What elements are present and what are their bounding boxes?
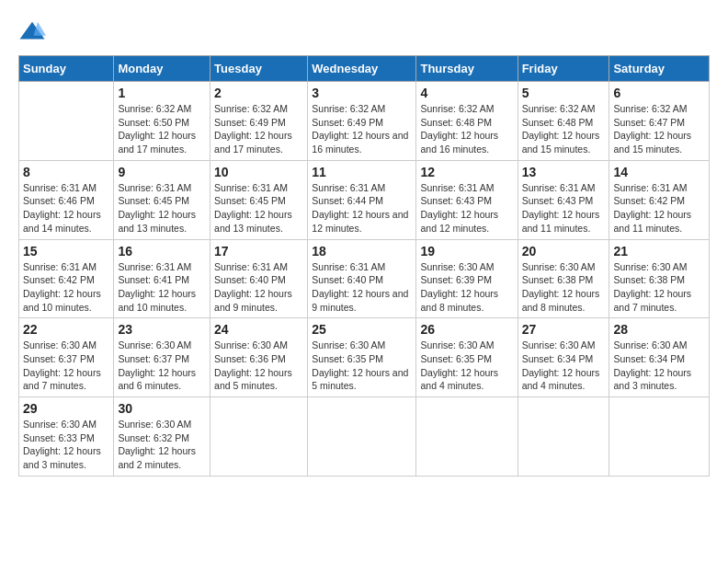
day-number: 2: [214, 86, 303, 100]
header-monday: Monday: [114, 56, 210, 82]
day-cell-9: 9 Sunrise: 6:31 AM Sunset: 6:45 PM Dayli…: [114, 160, 210, 239]
day-number: 29: [23, 401, 109, 416]
day-cell-20: 20 Sunrise: 6:30 AM Sunset: 6:38 PM Dayl…: [518, 239, 609, 318]
header-sunday: Sunday: [19, 56, 114, 82]
day-cell-17: 17 Sunrise: 6:31 AM Sunset: 6:40 PM Dayl…: [210, 239, 308, 318]
day-info: Sunrise: 6:31 AM Sunset: 6:42 PM Dayligh…: [613, 181, 705, 236]
day-cell-19: 19 Sunrise: 6:30 AM Sunset: 6:39 PM Dayl…: [416, 239, 518, 318]
day-cell-4: 4 Sunrise: 6:32 AM Sunset: 6:48 PM Dayli…: [416, 82, 518, 161]
day-cell-23: 23 Sunrise: 6:30 AM Sunset: 6:37 PM Dayl…: [114, 318, 210, 397]
empty-cell: [416, 397, 518, 477]
day-cell-22: 22 Sunrise: 6:30 AM Sunset: 6:37 PM Dayl…: [19, 318, 114, 397]
calendar-header-row: SundayMondayTuesdayWednesdayThursdayFrid…: [19, 56, 710, 82]
day-cell-13: 13 Sunrise: 6:31 AM Sunset: 6:43 PM Dayl…: [518, 160, 609, 239]
day-cell-18: 18 Sunrise: 6:31 AM Sunset: 6:40 PM Dayl…: [308, 239, 416, 318]
day-cell-11: 11 Sunrise: 6:31 AM Sunset: 6:44 PM Dayl…: [308, 160, 416, 239]
day-info: Sunrise: 6:30 AM Sunset: 6:37 PM Dayligh…: [118, 339, 206, 393]
day-info: Sunrise: 6:30 AM Sunset: 6:35 PM Dayligh…: [312, 339, 412, 393]
day-info: Sunrise: 6:32 AM Sunset: 6:49 PM Dayligh…: [312, 102, 412, 156]
day-cell-1: 1 Sunrise: 6:32 AM Sunset: 6:50 PM Dayli…: [114, 82, 210, 161]
day-cell-15: 15 Sunrise: 6:31 AM Sunset: 6:42 PM Dayl…: [19, 239, 114, 318]
day-number: 8: [23, 165, 109, 179]
day-info: Sunrise: 6:31 AM Sunset: 6:42 PM Dayligh…: [23, 260, 109, 315]
day-info: Sunrise: 6:30 AM Sunset: 6:38 PM Dayligh…: [522, 260, 606, 315]
day-info: Sunrise: 6:30 AM Sunset: 6:35 PM Dayligh…: [420, 339, 513, 393]
day-number: 11: [312, 165, 412, 179]
header-friday: Friday: [518, 56, 609, 82]
day-number: 20: [522, 244, 606, 259]
day-info: Sunrise: 6:31 AM Sunset: 6:43 PM Dayligh…: [420, 181, 513, 236]
empty-cell: [518, 397, 609, 477]
day-info: Sunrise: 6:32 AM Sunset: 6:49 PM Dayligh…: [214, 102, 303, 156]
day-number: 16: [118, 244, 206, 259]
day-cell-27: 27 Sunrise: 6:30 AM Sunset: 6:34 PM Dayl…: [518, 318, 609, 397]
day-number: 30: [118, 401, 206, 416]
header-wednesday: Wednesday: [308, 56, 416, 82]
day-cell-30: 30 Sunrise: 6:30 AM Sunset: 6:32 PM Dayl…: [114, 397, 210, 477]
day-number: 27: [522, 322, 606, 337]
day-info: Sunrise: 6:30 AM Sunset: 6:38 PM Dayligh…: [613, 260, 705, 315]
day-cell-28: 28 Sunrise: 6:30 AM Sunset: 6:34 PM Dayl…: [609, 318, 710, 397]
day-number: 22: [23, 322, 109, 337]
day-cell-21: 21 Sunrise: 6:30 AM Sunset: 6:38 PM Dayl…: [609, 239, 710, 318]
header-saturday: Saturday: [609, 56, 710, 82]
day-info: Sunrise: 6:31 AM Sunset: 6:45 PM Dayligh…: [118, 181, 206, 236]
day-number: 13: [522, 165, 606, 179]
day-info: Sunrise: 6:31 AM Sunset: 6:40 PM Dayligh…: [214, 260, 303, 315]
day-number: 17: [214, 244, 303, 259]
day-info: Sunrise: 6:30 AM Sunset: 6:39 PM Dayligh…: [420, 260, 513, 315]
day-number: 3: [312, 86, 412, 100]
day-cell-6: 6 Sunrise: 6:32 AM Sunset: 6:47 PM Dayli…: [609, 82, 710, 161]
day-number: 25: [312, 322, 412, 337]
empty-cell: [609, 397, 710, 477]
day-number: 4: [420, 86, 513, 100]
day-cell-14: 14 Sunrise: 6:31 AM Sunset: 6:42 PM Dayl…: [609, 160, 710, 239]
day-info: Sunrise: 6:31 AM Sunset: 6:46 PM Dayligh…: [23, 181, 109, 236]
day-info: Sunrise: 6:31 AM Sunset: 6:41 PM Dayligh…: [118, 260, 206, 315]
day-info: Sunrise: 6:31 AM Sunset: 6:44 PM Dayligh…: [312, 181, 412, 236]
day-info: Sunrise: 6:31 AM Sunset: 6:45 PM Dayligh…: [214, 181, 303, 236]
empty-cell: [308, 397, 416, 477]
day-cell-29: 29 Sunrise: 6:30 AM Sunset: 6:33 PM Dayl…: [19, 397, 114, 477]
day-cell-25: 25 Sunrise: 6:30 AM Sunset: 6:35 PM Dayl…: [308, 318, 416, 397]
day-number: 5: [522, 86, 606, 100]
day-number: 28: [613, 322, 705, 337]
day-number: 24: [214, 322, 303, 337]
day-number: 23: [118, 322, 206, 337]
day-cell-10: 10 Sunrise: 6:31 AM Sunset: 6:45 PM Dayl…: [210, 160, 308, 239]
day-number: 21: [613, 244, 705, 259]
day-info: Sunrise: 6:30 AM Sunset: 6:32 PM Dayligh…: [118, 418, 206, 472]
header-tuesday: Tuesday: [210, 56, 308, 82]
calendar-table: SundayMondayTuesdayWednesdayThursdayFrid…: [18, 55, 710, 477]
day-number: 9: [118, 165, 206, 179]
page-header: [18, 18, 710, 46]
day-number: 26: [420, 322, 513, 337]
day-cell-26: 26 Sunrise: 6:30 AM Sunset: 6:35 PM Dayl…: [416, 318, 518, 397]
day-cell-8: 8 Sunrise: 6:31 AM Sunset: 6:46 PM Dayli…: [19, 160, 114, 239]
week-row-4: 29 Sunrise: 6:30 AM Sunset: 6:33 PM Dayl…: [19, 397, 710, 477]
empty-cell: [210, 397, 308, 477]
day-cell-3: 3 Sunrise: 6:32 AM Sunset: 6:49 PM Dayli…: [308, 82, 416, 161]
day-info: Sunrise: 6:32 AM Sunset: 6:50 PM Dayligh…: [118, 102, 206, 156]
day-number: 14: [613, 165, 705, 179]
day-number: 6: [613, 86, 705, 100]
day-info: Sunrise: 6:30 AM Sunset: 6:34 PM Dayligh…: [613, 339, 705, 393]
day-cell-12: 12 Sunrise: 6:31 AM Sunset: 6:43 PM Dayl…: [416, 160, 518, 239]
day-info: Sunrise: 6:32 AM Sunset: 6:48 PM Dayligh…: [420, 102, 513, 156]
week-row-3: 22 Sunrise: 6:30 AM Sunset: 6:37 PM Dayl…: [19, 318, 710, 397]
day-cell-2: 2 Sunrise: 6:32 AM Sunset: 6:49 PM Dayli…: [210, 82, 308, 161]
day-cell-24: 24 Sunrise: 6:30 AM Sunset: 6:36 PM Dayl…: [210, 318, 308, 397]
empty-cell: [19, 82, 114, 161]
day-info: Sunrise: 6:32 AM Sunset: 6:48 PM Dayligh…: [522, 102, 606, 156]
day-number: 1: [118, 86, 206, 100]
week-row-0: 1 Sunrise: 6:32 AM Sunset: 6:50 PM Dayli…: [19, 82, 710, 161]
day-info: Sunrise: 6:30 AM Sunset: 6:34 PM Dayligh…: [522, 339, 606, 393]
day-number: 12: [420, 165, 513, 179]
logo-icon: [18, 18, 46, 46]
day-number: 19: [420, 244, 513, 259]
week-row-2: 15 Sunrise: 6:31 AM Sunset: 6:42 PM Dayl…: [19, 239, 710, 318]
week-row-1: 8 Sunrise: 6:31 AM Sunset: 6:46 PM Dayli…: [19, 160, 710, 239]
day-info: Sunrise: 6:30 AM Sunset: 6:37 PM Dayligh…: [23, 339, 109, 393]
day-number: 18: [312, 244, 412, 259]
day-info: Sunrise: 6:30 AM Sunset: 6:36 PM Dayligh…: [214, 339, 303, 393]
